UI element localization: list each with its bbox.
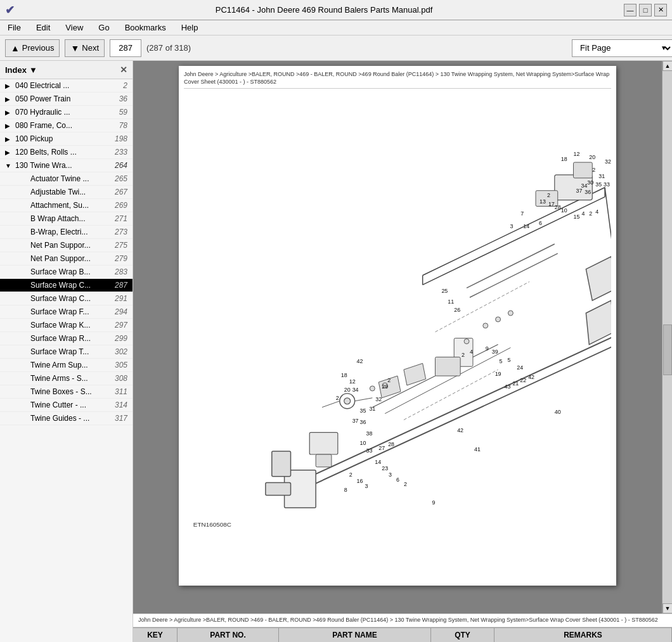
sidebar-item-num: 291 <box>115 294 127 303</box>
sidebar-item-twine-guides[interactable]: Twine Guides - ... 317 <box>0 412 132 425</box>
pdf-view[interactable]: John Deere > Agriculture >BALER, ROUND >… <box>133 61 662 613</box>
sidebar-item-num: 297 <box>115 321 127 330</box>
maximize-button[interactable]: □ <box>639 4 652 16</box>
svg-text:39: 39 <box>492 349 498 356</box>
menu-view[interactable]: View <box>63 22 86 34</box>
menu-go[interactable]: Go <box>96 22 112 34</box>
next-button[interactable]: ▼ Next <box>65 39 105 57</box>
table-header-remarks: REMARKS <box>494 628 672 642</box>
svg-text:43: 43 <box>505 383 511 390</box>
parts-diagram: 18 12 20 32 2 31 30 34 35 33 37 <box>184 91 611 535</box>
table-header-part: PART NO. <box>178 628 279 642</box>
sidebar-item-surface-wrap-r[interactable]: Surface Wrap R... 299 <box>0 332 132 345</box>
svg-text:4: 4 <box>581 211 585 217</box>
sidebar-item-surface-wrap-c291[interactable]: Surface Wrap C... 291 <box>0 292 132 305</box>
page-input[interactable] <box>110 39 141 57</box>
sidebar-item-040[interactable]: ▶ 040 Electrical ... 2 <box>0 79 132 93</box>
scroll-down-button[interactable]: ▼ <box>662 603 672 613</box>
diagram-area: 18 12 20 32 2 31 30 34 35 33 37 <box>184 91 611 535</box>
sidebar-item-actuator-twine[interactable]: Actuator Twine ... 265 <box>0 172 132 186</box>
sidebar-item-adjustable-twi[interactable]: Adjustable Twi... 267 <box>0 186 132 199</box>
svg-text:2: 2 <box>336 395 339 401</box>
svg-point-35 <box>370 386 375 391</box>
sidebar-item-label: Twine Arms - S... <box>30 374 112 383</box>
previous-button[interactable]: ▲ Previous <box>5 39 60 57</box>
sidebar-toggle-icon: ▼ <box>29 65 37 75</box>
sidebar-item-070[interactable]: ▶ 070 Hydraulic ... 59 <box>0 106 132 119</box>
menu-bookmarks[interactable]: Bookmarks <box>122 22 169 34</box>
sidebar-item-label: Actuator Twine ... <box>30 174 112 183</box>
sidebar-item-100[interactable]: ▶ 100 Pickup 198 <box>0 132 132 146</box>
svg-text:4: 4 <box>470 349 473 356</box>
svg-text:29: 29 <box>382 383 388 390</box>
sidebar-item-label: Adjustable Twi... <box>30 188 112 196</box>
breadcrumb-bottom: John Deere > Agriculture >BALER, ROUND >… <box>133 614 672 627</box>
svg-text:36: 36 <box>360 420 366 426</box>
sidebar-item-num: 198 <box>115 134 127 143</box>
sidebar-item-twine-cutter[interactable]: Twine Cutter - ... 314 <box>0 399 132 412</box>
svg-text:9: 9 <box>432 500 436 506</box>
svg-text:23: 23 <box>382 465 388 472</box>
sidebar-item-surface-wrap-c287[interactable]: Surface Wrap C... 287 <box>0 279 132 292</box>
sidebar-item-050[interactable]: ▶ 050 Power Train 36 <box>0 93 132 106</box>
sidebar-title: Index <box>5 65 27 75</box>
sidebar-item-120[interactable]: ▶ 120 Belts, Rolls ... 233 <box>0 146 132 159</box>
table-header-qty: QTY <box>431 628 494 642</box>
svg-text:28: 28 <box>388 442 394 448</box>
sidebar-item-num: 311 <box>115 387 127 396</box>
sidebar-item-twine-arm-sup[interactable]: Twine Arm Sup... 305 <box>0 359 132 372</box>
svg-text:37: 37 <box>576 188 582 194</box>
svg-text:19: 19 <box>495 371 501 377</box>
svg-text:6: 6 <box>539 221 542 227</box>
sidebar-content: ▶ 040 Electrical ... 2 ▶ 050 Power Train… <box>0 79 132 642</box>
sidebar-item-num: 233 <box>115 148 127 157</box>
scrollbar-thumb[interactable] <box>663 324 672 375</box>
sidebar-item-surface-wrap-b[interactable]: Surface Wrap B... 283 <box>0 266 132 279</box>
close-button[interactable]: ✕ <box>654 4 667 16</box>
sidebar-item-080[interactable]: ▶ 080 Frame, Co... 78 <box>0 119 132 132</box>
svg-text:30: 30 <box>587 179 593 186</box>
title-bar: ✔ PC11464 - John Deere 469 Round Balers … <box>0 0 672 20</box>
sidebar-item-net-pan-suppor2[interactable]: Net Pan Suppor... 279 <box>0 252 132 266</box>
collapse-icon: ▼ <box>5 162 15 169</box>
svg-text:42: 42 <box>457 428 463 434</box>
svg-text:33: 33 <box>366 447 372 454</box>
sidebar-item-label: 130 Twine Wra... <box>15 161 112 170</box>
sidebar-item-surface-wrap-k[interactable]: Surface Wrap K... 297 <box>0 319 132 332</box>
svg-text:27: 27 <box>378 445 385 451</box>
sidebar-item-label: 040 Electrical ... <box>15 81 120 90</box>
svg-text:6: 6 <box>396 477 399 483</box>
window-controls: — □ ✕ <box>624 4 667 16</box>
app-logo: ✔ <box>5 3 24 17</box>
svg-text:42: 42 <box>528 374 534 380</box>
sidebar-item-num: 317 <box>115 414 127 423</box>
sidebar-item-b-wrap-electri[interactable]: B-Wrap, Electri... 273 <box>0 226 132 239</box>
sidebar-item-num: 305 <box>115 361 127 369</box>
sidebar-item-attachment-su[interactable]: Attachment, Su... 269 <box>0 199 132 212</box>
menu-edit[interactable]: Edit <box>34 22 53 34</box>
sidebar-item-b-wrap-attach[interactable]: B Wrap Attach... 271 <box>0 212 132 226</box>
page-info: (287 of 318) <box>146 43 191 53</box>
svg-point-34 <box>464 339 469 344</box>
svg-text:13: 13 <box>540 198 546 205</box>
minimize-button[interactable]: — <box>624 4 636 16</box>
sidebar-item-twine-arms-s[interactable]: Twine Arms - S... 308 <box>0 372 132 385</box>
scroll-up-button[interactable]: ▲ <box>662 61 672 71</box>
sidebar-item-num: 314 <box>115 401 127 409</box>
sidebar-item-twine-boxes-s[interactable]: Twine Boxes - S... 311 <box>0 385 132 399</box>
svg-text:14: 14 <box>523 224 529 230</box>
svg-text:15: 15 <box>574 214 580 221</box>
svg-rect-13 <box>266 483 291 496</box>
svg-text:2: 2 <box>404 481 407 487</box>
menu-file[interactable]: File <box>5 22 23 34</box>
menu-help[interactable]: Help <box>179 22 201 34</box>
fit-select[interactable]: Fit Page Fit Width Fit Height 50% 75% 10… <box>572 39 672 57</box>
sidebar-item-net-pan-suppor1[interactable]: Net Pan Suppor... 275 <box>0 239 132 252</box>
svg-text:8: 8 <box>344 487 347 494</box>
sidebar-item-130[interactable]: ▼ 130 Twine Wra... 264 <box>0 159 132 172</box>
sidebar-item-label: Twine Arm Sup... <box>30 361 112 369</box>
sidebar-close-button[interactable]: ✕ <box>120 65 127 75</box>
svg-text:40: 40 <box>555 409 561 415</box>
sidebar-item-surface-wrap-t[interactable]: Surface Wrap T... 302 <box>0 345 132 359</box>
sidebar-item-surface-wrap-f[interactable]: Surface Wrap F... 294 <box>0 305 132 319</box>
